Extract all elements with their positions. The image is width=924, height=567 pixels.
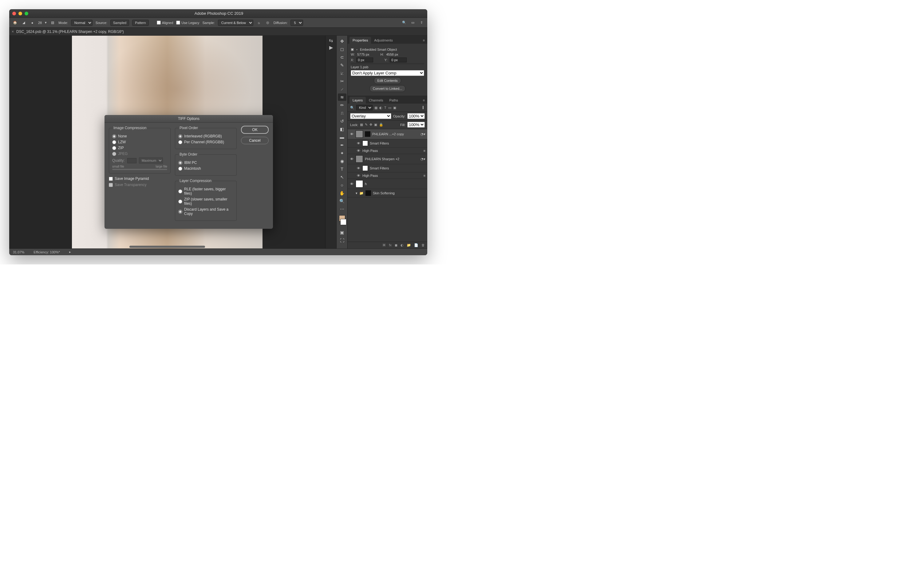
screenmode-icon[interactable]: ⛶ (338, 237, 346, 244)
byte-mac-radio[interactable]: Macintosh (178, 166, 233, 171)
cancel-button[interactable]: Cancel (241, 137, 268, 144)
tab-layers[interactable]: Layers (350, 97, 366, 104)
filter-mask-thumbnail[interactable] (362, 141, 368, 146)
diffusion-select[interactable]: 5 (291, 20, 303, 26)
lock-position-icon[interactable]: ✥ (369, 123, 372, 127)
type-tool-icon[interactable]: T (338, 165, 346, 173)
use-legacy-checkbox[interactable]: Use Legacy (176, 21, 199, 25)
share-icon[interactable]: ⇪ (418, 20, 424, 26)
visibility-toggle-icon[interactable]: 👁 (356, 174, 361, 177)
blend-mode-select[interactable]: Overlay (350, 113, 391, 119)
layer-row[interactable]: 👁 Smart Filters (348, 139, 427, 148)
search-icon[interactable]: 🔍 (402, 20, 407, 26)
layer-list[interactable]: 👁 PHLEARN ...+2 copy ◔▾ 👁 Smart Filters … (348, 129, 427, 242)
history-brush-tool-icon[interactable]: ↺ (338, 117, 346, 125)
link-layers-icon[interactable]: ⌘ (382, 243, 386, 247)
layer-comp-select[interactable]: Don't Apply Layer Comp (351, 70, 424, 76)
layer-discard-radio[interactable]: Discard Layers and Save a Copy (178, 207, 233, 216)
visibility-toggle-icon[interactable]: 👁 (350, 132, 354, 136)
convert-linked-button[interactable]: Convert to Linked... (369, 85, 405, 92)
visibility-toggle-icon[interactable]: 👁 (356, 149, 361, 153)
x-input[interactable] (356, 57, 373, 62)
layer-filter-kind[interactable]: Kind (356, 105, 372, 110)
tab-properties[interactable]: Properties (350, 37, 371, 44)
source-pattern-button[interactable]: Pattern (132, 20, 148, 26)
home-icon[interactable]: 🏠 (12, 20, 18, 26)
magic-wand-tool-icon[interactable]: ✦ (338, 149, 346, 157)
lock-all-icon[interactable]: 🔒 (379, 123, 383, 127)
lock-pixels-icon[interactable]: ✎ (365, 123, 368, 127)
path-select-tool-icon[interactable]: ↖ (338, 173, 346, 181)
patch-tool-icon[interactable]: ✂ (338, 78, 346, 85)
canvas-area[interactable]: TIFF Options Image Compression None LZW … (9, 36, 325, 249)
edit-contents-button[interactable]: Edit Contents (374, 77, 401, 84)
shape-tool-icon[interactable]: ○ (338, 182, 346, 189)
filter-expand-icon[interactable]: ◔▾ (420, 157, 425, 161)
new-layer-icon[interactable]: 📄 (414, 243, 418, 247)
layer-mask-icon[interactable]: ◼ (394, 243, 398, 247)
blur-tool-icon[interactable]: ◉ (338, 158, 346, 165)
efficiency-status[interactable]: Efficiency: 100%* (33, 250, 60, 254)
filter-pixel-icon[interactable]: ▦ (374, 106, 378, 110)
tool-preset-icon[interactable]: ◢ (21, 20, 26, 26)
pencil-tool-icon[interactable]: ✏ (338, 102, 346, 109)
hand-tool-icon[interactable]: ✋ (338, 189, 346, 197)
pen-tool-icon[interactable]: ✒ (338, 141, 346, 149)
filter-mask-thumbnail[interactable] (362, 165, 368, 171)
filter-smart-icon[interactable]: ▣ (393, 106, 396, 110)
brush-panel-icon[interactable]: ▧ (50, 20, 56, 26)
fill-select[interactable]: 100% (407, 122, 425, 128)
layer-thumbnail[interactable] (356, 180, 363, 188)
clone-tool-icon[interactable]: ⎍ (338, 110, 346, 117)
visibility-toggle-icon[interactable]: 👁 (356, 141, 361, 145)
layer-row[interactable]: 👁 PHLEARN ...+2 copy ◔▾ (348, 129, 427, 139)
zoom-level[interactable]: 31.07% (13, 250, 24, 254)
layer-row[interactable]: 👁 h (348, 179, 427, 189)
adjustment-layer-icon[interactable]: ◐ (400, 243, 404, 247)
compression-none-radio[interactable]: None (112, 134, 167, 138)
tab-channels[interactable]: Channels (366, 97, 386, 104)
compression-lzw-radio[interactable]: LZW (112, 140, 167, 144)
filter-options-icon[interactable]: ≡ (424, 174, 425, 177)
new-group-icon[interactable]: 📁 (406, 243, 411, 247)
visibility-toggle-icon[interactable]: 👁 (350, 157, 354, 161)
layer-row[interactable]: 👁 Smart Filters (348, 164, 427, 172)
crop-tool-icon[interactable]: ⟀ (338, 69, 346, 77)
zoom-tool-icon[interactable]: 🔍 (338, 197, 346, 205)
ignore-adjustment-icon[interactable]: ⍉ (256, 20, 262, 26)
layer-thumbnail[interactable] (356, 130, 363, 138)
fullscreen-window-button[interactable] (25, 12, 28, 15)
layer-row[interactable]: 👁 High Pass ≡ (348, 148, 427, 154)
compression-zip-radio[interactable]: ZIP (112, 146, 167, 150)
source-sampled-button[interactable]: Sampled (110, 20, 129, 26)
filter-toggle-icon[interactable]: ⏽ (422, 106, 425, 110)
healing-brush-tool-icon[interactable]: ≋ (338, 93, 346, 101)
sample-select[interactable]: Current & Below (218, 20, 253, 26)
mode-select[interactable]: Normal (71, 20, 93, 26)
visibility-toggle-icon[interactable]: 👁 (356, 166, 361, 170)
eraser-tool-icon[interactable]: ◧ (338, 126, 346, 133)
close-tab-icon[interactable]: × (12, 30, 14, 34)
minimize-window-button[interactable] (18, 12, 22, 15)
pixel-per-channel-radio[interactable]: Per Channel (RRGGBB) (178, 140, 233, 144)
layer-rle-radio[interactable]: RLE (faster saves, bigger files) (178, 187, 233, 195)
canvas-scrollbar-horizontal[interactable] (9, 245, 325, 249)
pixel-interleaved-radio[interactable]: Interleaved (RGBRGB) (178, 134, 233, 138)
opacity-select[interactable]: 100% (407, 113, 425, 119)
layer-row[interactable]: 👁 High Pass ≡ (348, 172, 427, 179)
document-tab[interactable]: DSC_1624.psb @ 31.1% (PHLEARN Sharpen +2… (16, 30, 124, 34)
close-window-button[interactable] (12, 12, 16, 15)
layer-thumbnail[interactable] (366, 190, 371, 196)
move-tool-icon[interactable]: ✥ (338, 38, 346, 45)
layer-thumbnail[interactable] (356, 155, 363, 163)
save-image-pyramid-checkbox[interactable]: Save Image Pyramid (109, 177, 171, 181)
brush-preview-icon[interactable]: ● (30, 20, 35, 26)
marquee-tool-icon[interactable]: ◻ (338, 45, 346, 53)
filter-adjust-icon[interactable]: ◐ (380, 106, 382, 110)
filter-options-icon[interactable]: ≡ (424, 149, 425, 153)
y-input[interactable] (390, 57, 406, 62)
filter-type-icon[interactable]: T (384, 106, 386, 110)
tab-paths[interactable]: Paths (386, 97, 401, 104)
panel-icon-1[interactable]: ⇆ (329, 38, 333, 44)
lasso-tool-icon[interactable]: ⊂ (338, 54, 346, 61)
